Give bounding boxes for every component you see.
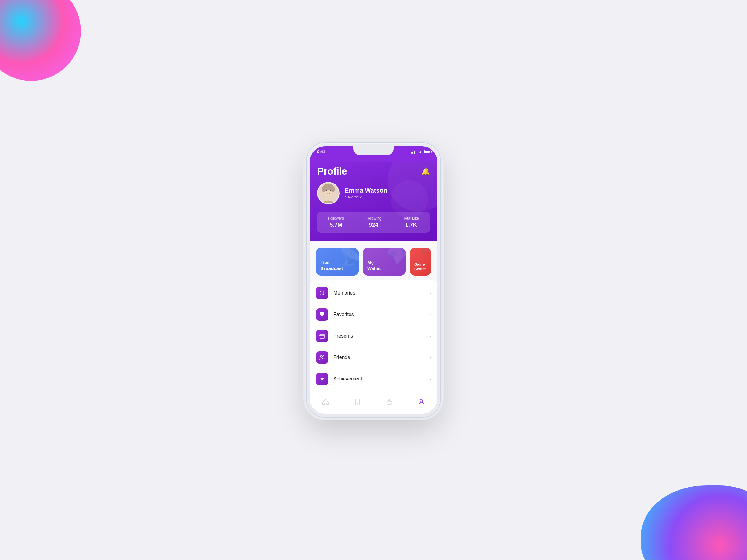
live-broadcast-card[interactable]: 📡 Live Broadcast <box>316 248 359 276</box>
live-broadcast-label-line1: Live <box>320 260 330 266</box>
page-title: Profile <box>317 165 347 177</box>
phone-screen: 9:41 ▲ Profile <box>310 146 437 414</box>
my-wallet-label-line1: My <box>367 260 374 266</box>
achievement-icon-wrap <box>316 373 328 385</box>
card-bg-icon-game: 🎮 <box>420 248 431 258</box>
nav-item-like[interactable] <box>381 396 398 407</box>
card-bg-icon-live: 📡 <box>338 248 359 267</box>
svg-point-15 <box>420 399 423 402</box>
stat-total-like-label: Total Like <box>392 216 430 220</box>
stat-followers-label: Followers <box>317 216 355 220</box>
stat-following: Following 924 <box>355 216 392 229</box>
decorative-blob-bottom-right <box>641 485 747 560</box>
user-name: Emma Watson <box>344 187 387 194</box>
presents-chevron-icon: › <box>430 333 431 339</box>
avatar[interactable] <box>317 182 340 205</box>
nav-item-home[interactable] <box>317 396 334 407</box>
profile-header: Profile 🔔 <box>310 162 437 241</box>
notch <box>353 146 394 155</box>
card-bg-icon-wallet: 💎 <box>385 248 406 267</box>
stat-followers-value: 5.7M <box>317 222 355 229</box>
bg-circle-2 <box>391 181 428 218</box>
stat-following-label: Following <box>355 216 392 220</box>
friends-chevron-icon: › <box>430 355 431 360</box>
menu-item-favorites[interactable]: Favorites › <box>310 304 437 325</box>
stat-following-value: 924 <box>355 222 392 229</box>
svg-point-13 <box>323 355 324 357</box>
presents-icon-wrap <box>316 330 328 342</box>
svg-point-6 <box>326 190 327 191</box>
user-text: Emma Watson New York <box>344 187 387 199</box>
my-wallet-label-line2: Wallet <box>367 266 381 271</box>
svg-point-7 <box>330 190 331 191</box>
memories-chevron-icon: › <box>430 290 431 296</box>
menu-item-memories[interactable]: Memories › <box>310 283 437 304</box>
bookmark-icon <box>354 398 361 406</box>
menu-item-achievement[interactable]: Achievement › <box>310 368 437 390</box>
stat-followers: Followers 5.7M <box>317 216 355 229</box>
presents-label: Presents <box>333 333 424 339</box>
signal-icon <box>411 150 416 154</box>
achievement-label: Achievement <box>333 376 424 382</box>
action-cards-row: 📡 Live Broadcast 💎 My Wallet 🎮 Game Cent… <box>310 241 437 280</box>
stat-total-like: Total Like 1.7K <box>392 216 430 229</box>
battery-icon <box>424 150 431 153</box>
phone-frame: 9:41 ▲ Profile <box>307 143 440 417</box>
memories-label: Memories <box>333 290 424 296</box>
status-bar: 9:41 ▲ <box>310 146 437 162</box>
menu-list: Memories › Favorites › <box>310 280 437 392</box>
friends-label: Friends <box>333 355 424 360</box>
favorites-chevron-icon: › <box>430 312 431 317</box>
svg-point-5 <box>331 186 335 192</box>
decorative-blob-top-left <box>0 0 81 81</box>
game-center-label-line1: Game <box>414 262 424 267</box>
memories-icon-wrap <box>316 287 328 299</box>
game-center-label-line2: Center <box>414 267 426 271</box>
svg-point-12 <box>320 355 323 357</box>
content-area: 📡 Live Broadcast 💎 My Wallet 🎮 Game Cent… <box>310 241 437 392</box>
favorites-label: Favorites <box>333 312 424 317</box>
nav-item-profile[interactable] <box>413 396 430 407</box>
game-center-card[interactable]: 🎮 Game Center <box>410 248 431 276</box>
svg-point-9 <box>322 293 323 294</box>
favorites-icon-wrap <box>316 308 328 321</box>
profile-nav-icon <box>418 398 425 406</box>
wifi-icon: ▲ <box>418 149 422 154</box>
friends-icon-wrap <box>316 351 328 364</box>
status-time: 9:41 <box>317 149 325 154</box>
my-wallet-card[interactable]: 💎 My Wallet <box>363 248 406 276</box>
user-location: New York <box>344 195 387 199</box>
live-broadcast-label-line2: Broadcast <box>320 266 343 271</box>
svg-rect-14 <box>321 381 323 381</box>
nav-item-bookmark[interactable] <box>349 396 366 407</box>
home-icon <box>322 398 329 406</box>
achievement-chevron-icon: › <box>430 376 431 382</box>
like-icon <box>386 398 393 406</box>
svg-point-4 <box>322 186 326 192</box>
bottom-navigation <box>310 392 437 414</box>
status-icons: ▲ <box>411 149 431 154</box>
menu-item-presents[interactable]: Presents › <box>310 325 437 347</box>
stat-total-like-value: 1.7K <box>392 222 430 229</box>
menu-item-friends[interactable]: Friends › <box>310 347 437 368</box>
